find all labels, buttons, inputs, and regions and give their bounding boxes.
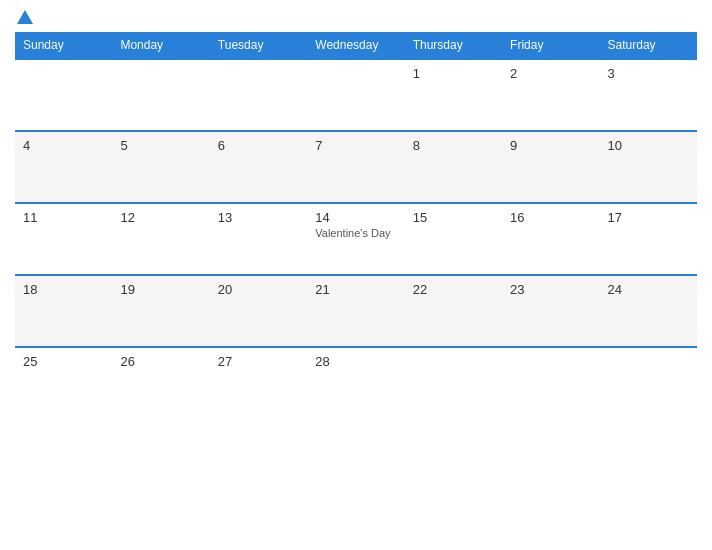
header <box>15 10 697 24</box>
day-number: 4 <box>23 138 104 153</box>
day-number: 19 <box>120 282 201 297</box>
day-number: 24 <box>608 282 689 297</box>
calendar-cell: 7 <box>307 131 404 203</box>
calendar-cell <box>210 59 307 131</box>
calendar-cell: 26 <box>112 347 209 419</box>
calendar-cell: 20 <box>210 275 307 347</box>
day-number: 5 <box>120 138 201 153</box>
day-number: 17 <box>608 210 689 225</box>
day-number: 2 <box>510 66 591 81</box>
day-number: 11 <box>23 210 104 225</box>
calendar-cell <box>405 347 502 419</box>
day-number: 12 <box>120 210 201 225</box>
weekday-header: Tuesday <box>210 32 307 59</box>
day-number: 18 <box>23 282 104 297</box>
calendar-cell: 19 <box>112 275 209 347</box>
calendar-cell: 28 <box>307 347 404 419</box>
calendar-cell: 4 <box>15 131 112 203</box>
weekday-header: Wednesday <box>307 32 404 59</box>
day-number: 14 <box>315 210 396 225</box>
calendar-week-row: 25262728 <box>15 347 697 419</box>
calendar-cell: 21 <box>307 275 404 347</box>
calendar-cell: 27 <box>210 347 307 419</box>
day-number: 10 <box>608 138 689 153</box>
day-number: 9 <box>510 138 591 153</box>
calendar-cell: 12 <box>112 203 209 275</box>
calendar-week-row: 123 <box>15 59 697 131</box>
day-number: 20 <box>218 282 299 297</box>
day-number: 8 <box>413 138 494 153</box>
calendar-cell: 9 <box>502 131 599 203</box>
day-number: 16 <box>510 210 591 225</box>
calendar-cell: 14Valentine's Day <box>307 203 404 275</box>
calendar-cell: 11 <box>15 203 112 275</box>
calendar-table: SundayMondayTuesdayWednesdayThursdayFrid… <box>15 32 697 419</box>
weekday-header-row: SundayMondayTuesdayWednesdayThursdayFrid… <box>15 32 697 59</box>
weekday-header: Thursday <box>405 32 502 59</box>
calendar-cell: 13 <box>210 203 307 275</box>
day-number: 6 <box>218 138 299 153</box>
logo <box>15 10 35 24</box>
day-number: 15 <box>413 210 494 225</box>
day-number: 7 <box>315 138 396 153</box>
calendar-cell <box>600 347 697 419</box>
weekday-header: Saturday <box>600 32 697 59</box>
calendar-cell: 15 <box>405 203 502 275</box>
weekday-header: Monday <box>112 32 209 59</box>
calendar-cell: 22 <box>405 275 502 347</box>
event-label: Valentine's Day <box>315 227 396 239</box>
calendar-cell: 16 <box>502 203 599 275</box>
calendar-cell: 23 <box>502 275 599 347</box>
calendar-week-row: 18192021222324 <box>15 275 697 347</box>
calendar-week-row: 11121314Valentine's Day151617 <box>15 203 697 275</box>
day-number: 23 <box>510 282 591 297</box>
day-number: 13 <box>218 210 299 225</box>
day-number: 28 <box>315 354 396 369</box>
calendar-cell: 1 <box>405 59 502 131</box>
day-number: 3 <box>608 66 689 81</box>
weekday-header: Friday <box>502 32 599 59</box>
calendar-cell: 5 <box>112 131 209 203</box>
calendar-cell: 8 <box>405 131 502 203</box>
calendar-cell: 18 <box>15 275 112 347</box>
calendar-cell: 24 <box>600 275 697 347</box>
calendar-cell <box>15 59 112 131</box>
logo-triangle-icon <box>17 10 33 24</box>
calendar-cell <box>307 59 404 131</box>
calendar-page: SundayMondayTuesdayWednesdayThursdayFrid… <box>0 0 712 550</box>
calendar-cell <box>112 59 209 131</box>
day-number: 1 <box>413 66 494 81</box>
calendar-cell: 10 <box>600 131 697 203</box>
day-number: 21 <box>315 282 396 297</box>
day-number: 25 <box>23 354 104 369</box>
calendar-week-row: 45678910 <box>15 131 697 203</box>
day-number: 26 <box>120 354 201 369</box>
day-number: 27 <box>218 354 299 369</box>
calendar-cell <box>502 347 599 419</box>
calendar-cell: 2 <box>502 59 599 131</box>
calendar-cell: 6 <box>210 131 307 203</box>
weekday-header: Sunday <box>15 32 112 59</box>
calendar-cell: 3 <box>600 59 697 131</box>
day-number: 22 <box>413 282 494 297</box>
calendar-cell: 17 <box>600 203 697 275</box>
calendar-cell: 25 <box>15 347 112 419</box>
